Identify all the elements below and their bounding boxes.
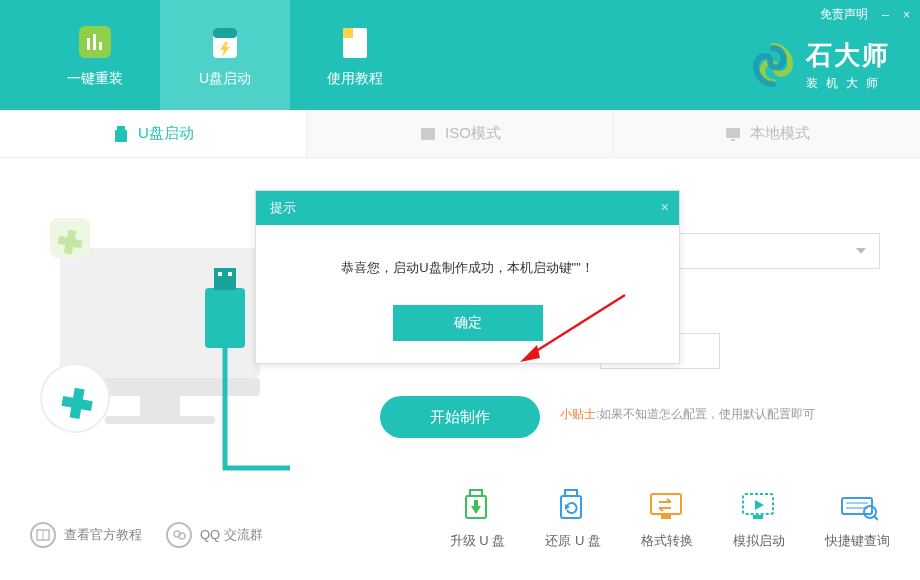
usb-illustration xyxy=(30,188,290,488)
action-simulate-boot[interactable]: 模拟启动 xyxy=(733,488,785,550)
action-label: 格式转换 xyxy=(641,532,693,550)
brand-title: 石大师 xyxy=(806,38,890,73)
nav-tab-usb-boot[interactable]: U盘启动 xyxy=(160,0,290,110)
mode-tab-local[interactable]: 本地模式 xyxy=(613,110,920,157)
svg-rect-13 xyxy=(731,139,735,141)
svg-rect-2 xyxy=(93,34,96,50)
svg-rect-5 xyxy=(213,28,237,38)
view-tutorial-button[interactable]: 查看官方教程 xyxy=(30,522,142,548)
dialog-header: 提示 × xyxy=(256,191,679,225)
dialog-title: 提示 xyxy=(270,199,296,217)
tip-text: 小贴士:如果不知道怎么配置，使用默认配置即可 xyxy=(560,406,815,423)
chevron-down-icon xyxy=(855,245,867,257)
hotkey-icon xyxy=(838,488,878,524)
dialog-close-button[interactable]: × xyxy=(661,199,669,215)
upgrade-usb-icon xyxy=(458,488,498,524)
action-convert-format[interactable]: 格式转换 xyxy=(641,488,693,550)
action-label: 模拟启动 xyxy=(733,532,785,550)
mode-label: 本地模式 xyxy=(750,124,810,143)
svg-rect-11 xyxy=(421,128,435,140)
dialog-ok-button[interactable]: 确定 xyxy=(393,305,543,341)
nav-tab-reinstall[interactable]: 一键重装 xyxy=(30,0,160,110)
svg-line-42 xyxy=(874,516,878,520)
svg-rect-20 xyxy=(205,288,245,348)
action-upgrade-usb[interactable]: 升级 U 盘 xyxy=(450,488,506,550)
usb-icon xyxy=(112,125,130,143)
nav-tabs: 一键重装 U盘启动 使用教程 xyxy=(0,0,420,110)
reinstall-icon xyxy=(75,22,115,62)
success-dialog: 提示 × 恭喜您，启动U盘制作成功，本机启动键""！ 确定 xyxy=(255,190,680,364)
action-label: 快捷键查询 xyxy=(825,532,890,550)
svg-rect-29 xyxy=(474,500,478,508)
brand: 石大师 装机大师 xyxy=(750,38,890,92)
mode-tab-iso[interactable]: ISO模式 xyxy=(306,110,613,157)
svg-rect-1 xyxy=(87,38,90,50)
svg-rect-22 xyxy=(218,272,222,276)
svg-rect-16 xyxy=(140,396,180,416)
svg-rect-8 xyxy=(343,28,353,38)
footer-label: 查看官方教程 xyxy=(64,526,142,544)
footer-label: QQ 交流群 xyxy=(200,526,263,544)
mode-tabs: U盘启动 ISO模式 本地模式 xyxy=(0,110,920,158)
svg-rect-3 xyxy=(99,42,102,50)
mode-label: ISO模式 xyxy=(445,124,501,143)
qq-group-button[interactable]: QQ 交流群 xyxy=(166,522,263,548)
action-hotkey-lookup[interactable]: 快捷键查询 xyxy=(825,488,890,550)
qq-icon xyxy=(166,522,192,548)
svg-rect-21 xyxy=(214,268,236,290)
svg-rect-34 xyxy=(661,515,671,519)
action-restore-usb[interactable]: 还原 U 盘 xyxy=(545,488,601,550)
svg-rect-10 xyxy=(115,130,127,142)
dialog-message: 恭喜您，启动U盘制作成功，本机启动键""！ xyxy=(256,225,679,305)
action-label: 升级 U 盘 xyxy=(450,532,506,550)
action-label: 还原 U 盘 xyxy=(545,532,601,550)
brand-logo-icon xyxy=(750,42,796,88)
iso-icon xyxy=(419,125,437,143)
svg-rect-33 xyxy=(651,494,681,514)
tutorial-icon xyxy=(335,22,375,62)
brand-subtitle: 装机大师 xyxy=(806,75,890,92)
svg-rect-31 xyxy=(561,496,581,518)
tip-body: 如果不知道怎么配置，使用默认配置即可 xyxy=(599,407,815,421)
mode-label: U盘启动 xyxy=(138,124,194,143)
usb-boot-icon xyxy=(205,22,245,62)
restore-usb-icon xyxy=(553,488,593,524)
svg-marker-25 xyxy=(856,248,866,254)
book-icon xyxy=(30,522,56,548)
simulate-icon xyxy=(739,488,779,524)
window-controls: 免责声明 – × xyxy=(820,6,910,23)
nav-tab-tutorial[interactable]: 使用教程 xyxy=(290,0,420,110)
config-dropdown[interactable] xyxy=(650,233,880,269)
app-header: 免责声明 – × 一键重装 U盘启动 使用教程 石大师 装机大师 xyxy=(0,0,920,110)
svg-rect-17 xyxy=(105,416,215,424)
action-row: 升级 U 盘 还原 U 盘 格式转换 模拟启动 快捷键查询 xyxy=(450,488,890,550)
nav-label: 一键重装 xyxy=(67,70,123,88)
start-make-button[interactable]: 开始制作 xyxy=(380,396,540,438)
mode-tab-usb[interactable]: U盘启动 xyxy=(0,110,306,157)
svg-rect-23 xyxy=(228,272,232,276)
svg-marker-37 xyxy=(755,500,764,510)
svg-rect-12 xyxy=(726,128,740,138)
tip-label: 小贴士: xyxy=(560,407,599,421)
nav-label: 使用教程 xyxy=(327,70,383,88)
svg-rect-36 xyxy=(753,515,763,519)
minimize-button[interactable]: – xyxy=(882,8,889,22)
close-button[interactable]: × xyxy=(903,8,910,22)
convert-icon xyxy=(647,488,687,524)
monitor-icon xyxy=(724,125,742,143)
svg-rect-9 xyxy=(117,126,125,130)
disclaimer-link[interactable]: 免责声明 xyxy=(820,6,868,23)
nav-label: U盘启动 xyxy=(199,70,251,88)
footer-links: 查看官方教程 QQ 交流群 xyxy=(30,522,263,548)
